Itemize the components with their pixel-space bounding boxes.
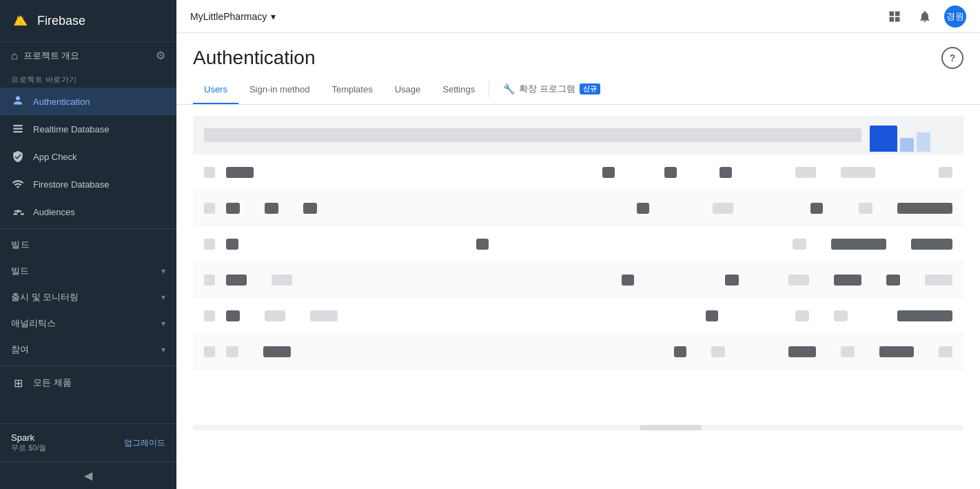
- table-header-chart: [870, 119, 952, 152]
- release-monitor-category[interactable]: 출시 및 모니터링 ▾: [0, 284, 176, 310]
- settings-icon[interactable]: ⚙: [156, 49, 165, 62]
- cell: [602, 167, 615, 178]
- tab-extension[interactable]: 🔧 확장 프로그램 신규: [492, 74, 611, 105]
- cell: [793, 239, 806, 250]
- chart-bar-2: [900, 138, 914, 152]
- cell: [637, 203, 649, 214]
- app-title: Firebase: [37, 14, 85, 28]
- project-nav-item-overview[interactable]: ⌂ 프로젝트 개요: [11, 50, 79, 62]
- cell: [265, 310, 285, 321]
- main-content: MyLittlePharmacy ▾ 경원 Authentication ? U…: [176, 0, 980, 489]
- sidebar-item-app-check-label: App Check: [33, 152, 165, 162]
- row-checkbox[interactable]: [204, 239, 215, 250]
- cell: [719, 167, 732, 178]
- cell: [725, 275, 739, 286]
- cell: [841, 167, 875, 178]
- project-selector[interactable]: MyLittlePharmacy ▾: [190, 11, 276, 22]
- row-checkbox[interactable]: [204, 203, 215, 214]
- cell: [795, 310, 809, 321]
- sidebar-footer: Spark 무료 $0/월 업그레이드: [0, 423, 176, 461]
- table-row: [193, 262, 963, 298]
- plan-name: Spark: [11, 432, 46, 443]
- svg-rect-1: [13, 128, 23, 130]
- analytics-category[interactable]: 애널리틱스 ▾: [0, 310, 176, 337]
- cell: [263, 346, 291, 357]
- tab-sign-in-method[interactable]: Sign-in method: [238, 76, 320, 104]
- sidebar-item-authentication-label: Authentication: [33, 97, 165, 107]
- cell: [711, 346, 725, 357]
- table-header: [193, 116, 963, 154]
- cell: [879, 346, 914, 357]
- cell: [911, 239, 952, 250]
- quick-nav-label: 프로젝트 바로가기: [0, 69, 176, 88]
- users-table: [193, 116, 963, 430]
- cell: [886, 275, 900, 286]
- grid-icon: ⊞: [11, 376, 25, 390]
- svg-rect-2: [13, 131, 23, 132]
- firebase-logo-icon: [11, 11, 30, 30]
- user-avatar[interactable]: 경원: [944, 6, 966, 28]
- cell: [897, 203, 952, 214]
- upgrade-button[interactable]: 업그레이드: [124, 437, 165, 449]
- tab-templates[interactable]: Templates: [320, 76, 383, 104]
- build-category[interactable]: 빌드 ▾: [0, 258, 176, 284]
- build-arrow-icon: ▾: [161, 266, 165, 276]
- sidebar-item-firestore-label: Firestore Database: [33, 179, 165, 190]
- cell: [713, 203, 733, 214]
- top-bar: MyLittlePharmacy ▾ 경원: [176, 0, 980, 33]
- home-icon: ⌂: [11, 50, 18, 62]
- analytics-label: 애널리틱스: [11, 317, 153, 330]
- sidebar-item-app-check[interactable]: App Check: [0, 143, 176, 170]
- cell: [834, 275, 861, 286]
- analytics-arrow-icon: ▾: [161, 319, 165, 328]
- table-row: [193, 190, 963, 226]
- cell: [810, 203, 823, 214]
- dashboard-icon-button[interactable]: [884, 6, 906, 28]
- page-title: Authentication: [193, 47, 315, 69]
- firestore-icon: [11, 177, 25, 191]
- cell: [226, 203, 240, 214]
- cell: [897, 310, 952, 321]
- cell: [272, 275, 292, 286]
- all-products-item[interactable]: ⊞ 모든 제품: [0, 369, 176, 397]
- row-checkbox[interactable]: [204, 275, 215, 286]
- row-checkbox[interactable]: [204, 310, 215, 321]
- horizontal-scrollbar[interactable]: [193, 425, 963, 430]
- sidebar-collapse-button[interactable]: ◀: [0, 461, 176, 489]
- sidebar-item-authentication[interactable]: Authentication: [0, 88, 176, 115]
- release-arrow-icon: ▾: [161, 292, 165, 302]
- tab-users[interactable]: Users: [193, 76, 238, 104]
- scrollbar-thumb[interactable]: [640, 425, 701, 430]
- sidebar-item-firestore-database[interactable]: Firestore Database: [0, 170, 176, 198]
- sidebar-item-audiences[interactable]: Audiences: [0, 198, 176, 226]
- cell: [788, 346, 816, 357]
- tab-settings[interactable]: Settings: [431, 76, 486, 104]
- project-name: MyLittlePharmacy: [190, 11, 267, 22]
- cell: [925, 275, 952, 286]
- engage-label: 참여: [11, 343, 153, 356]
- plan-info: Spark 무료 $0/월: [11, 432, 46, 453]
- cell: [622, 275, 634, 286]
- row-checkbox[interactable]: [204, 167, 215, 178]
- cell: [226, 310, 240, 321]
- row-checkbox[interactable]: [204, 346, 215, 357]
- cell: [939, 167, 952, 178]
- engage-category[interactable]: 참여 ▾: [0, 337, 176, 363]
- project-nav[interactable]: ⌂ 프로젝트 개요 ⚙: [0, 42, 176, 69]
- cell: [265, 203, 278, 214]
- table-row: [193, 334, 963, 370]
- notifications-icon-button[interactable]: [914, 6, 936, 28]
- sidebar-item-realtime-database[interactable]: Realtime Database: [0, 115, 176, 143]
- cell: [310, 310, 338, 321]
- cell: [788, 275, 809, 286]
- sidebar-item-realtime-db-label: Realtime Database: [33, 124, 165, 134]
- sidebar-header: Firebase: [0, 0, 176, 42]
- cell: [831, 239, 886, 250]
- help-button[interactable]: ?: [941, 47, 963, 69]
- table-header-content: [204, 128, 861, 142]
- sidebar: Firebase ⌂ 프로젝트 개요 ⚙ 프로젝트 바로가기 Authentic…: [0, 0, 176, 489]
- new-badge: 신규: [580, 83, 600, 94]
- tab-usage[interactable]: Usage: [384, 76, 432, 104]
- table-row: [193, 226, 963, 262]
- cell: [939, 346, 952, 357]
